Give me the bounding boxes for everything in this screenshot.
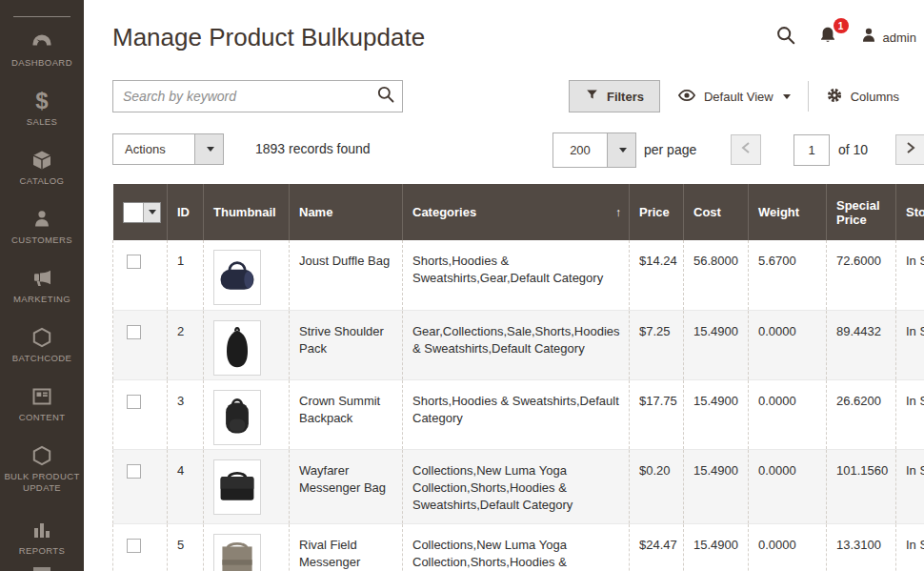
notifications-button[interactable]: 1	[817, 25, 838, 50]
sidebar-item-label: SALES	[4, 116, 80, 128]
sidebar-divider	[13, 16, 70, 17]
column-header-cost[interactable]: Cost	[684, 184, 749, 240]
categories-label: Categories	[412, 205, 476, 219]
cell-id: 2	[168, 310, 204, 379]
column-header-categories[interactable]: Categories↑	[403, 184, 630, 240]
user-icon	[859, 26, 878, 49]
cell-cost: 15.4900	[684, 523, 749, 571]
global-search-button[interactable]	[775, 25, 796, 50]
sidebar-item-catalog[interactable]: CATALOG	[0, 145, 84, 204]
sort-ascending-icon: ↑	[615, 206, 621, 219]
dropdown-caret	[607, 133, 635, 167]
page-title: Manage Product Bulkupdate	[112, 23, 425, 52]
customers-person-icon	[30, 208, 53, 231]
next-page-button[interactable]	[895, 134, 924, 165]
cell-cost: 15.4900	[684, 379, 749, 449]
cell-stock: In Stock	[896, 449, 924, 523]
columns-button[interactable]: Columns	[809, 87, 916, 107]
columns-label: Columns	[851, 90, 899, 104]
search-submit-button[interactable]	[370, 85, 402, 108]
cell-price: $7.25	[630, 310, 684, 379]
previous-page-button[interactable]	[731, 134, 761, 165]
sidebar-item-content[interactable]: CONTENT	[0, 381, 84, 440]
batchcode-hexagon-icon	[30, 326, 53, 349]
crown-summit-backpack-photo	[213, 390, 261, 445]
per-page-value: 200	[553, 133, 607, 167]
actions-dropdown[interactable]: Actions	[112, 133, 224, 165]
row-checkbox[interactable]	[127, 325, 141, 339]
cell-cost: 56.8000	[684, 240, 749, 310]
default-view-button[interactable]: Default View	[660, 86, 808, 108]
wayfarer-messenger-bag-photo	[213, 459, 261, 515]
dropdown-caret	[143, 203, 160, 222]
cell-stock: In Stock	[896, 310, 924, 379]
row-checkbox[interactable]	[127, 464, 141, 479]
cell-name: Joust Duffle Bag	[290, 240, 403, 310]
search-input[interactable]	[113, 89, 370, 104]
eye-icon	[677, 86, 696, 108]
sidebar-item-label: CONTENT	[4, 412, 80, 423]
row-checkbox[interactable]	[127, 395, 141, 409]
per-page-dropdown[interactable]: 200	[552, 133, 636, 168]
cell-categories: Collections,New Luma Yoga Collection,Sho…	[403, 523, 630, 571]
column-header-stock[interactable]: Stock	[896, 184, 924, 240]
cell-id: 1	[168, 240, 204, 310]
reports-chart-icon	[30, 519, 53, 541]
cell-categories: Gear,Collections,Sale,Shorts,Hoodies & S…	[403, 310, 630, 379]
chevron-down-icon	[783, 94, 791, 99]
cell-weight: 0.0000	[749, 379, 827, 449]
column-header-price[interactable]: Price	[630, 184, 684, 240]
sidebar-item-marketing[interactable]: MARKETING	[0, 263, 84, 322]
row-checkbox[interactable]	[127, 539, 141, 553]
cell-weight: 0.0000	[749, 449, 827, 523]
joust-duffle-bag-photo	[213, 250, 261, 305]
select-all-header	[113, 184, 168, 240]
table-row: 2 Strive Shoulder Pack Gear,Collections,…	[113, 310, 924, 379]
product-grid: ID Thumbnail Name Categories↑ Price Cost…	[112, 184, 924, 571]
admin-username: admin	[883, 31, 916, 45]
column-header-id[interactable]: ID	[168, 184, 204, 240]
cell-special-price: 89.4432	[827, 310, 896, 379]
chevron-left-icon	[740, 141, 752, 158]
cell-name: Rival Field Messenger	[290, 523, 403, 571]
column-header-weight[interactable]: Weight	[749, 184, 827, 240]
sidebar-item-batchcode[interactable]: BATCHCODE	[0, 322, 84, 381]
total-pages: of 10	[838, 142, 868, 157]
stores-icon[interactable]	[33, 567, 50, 571]
rival-field-messenger-photo	[213, 534, 261, 571]
cell-price: $0.20	[630, 449, 684, 523]
page-number-input[interactable]	[793, 134, 830, 166]
funnel-icon	[585, 88, 599, 105]
sidebar-item-reports[interactable]: REPORTS	[0, 515, 84, 571]
column-header-special-price[interactable]: Special Price	[827, 184, 896, 240]
cell-special-price: 13.3100	[827, 523, 896, 571]
cell-cost: 15.4900	[684, 449, 749, 523]
column-header-thumbnail[interactable]: Thumbnail	[204, 184, 290, 240]
column-header-name[interactable]: Name	[290, 184, 403, 240]
sidebar-item-sales[interactable]: $ SALES	[0, 86, 84, 145]
content-layout-icon	[30, 385, 53, 408]
default-view-label: Default View	[704, 90, 773, 104]
sidebar-item-label: REPORTS	[4, 545, 80, 557]
dropdown-caret	[194, 134, 223, 164]
cell-weight: 0.0000	[749, 310, 827, 379]
select-all-dropdown[interactable]	[123, 202, 161, 223]
sidebar-item-bulk-product-update[interactable]: BULK PRODUCT UPDATE	[0, 440, 84, 515]
admin-account-menu[interactable]: admin	[859, 26, 916, 49]
cell-price: $17.75	[630, 379, 684, 449]
cell-stock: In Stock	[896, 379, 924, 449]
chevron-down-icon	[207, 147, 214, 152]
cell-weight: 5.6700	[749, 240, 827, 310]
select-all-checkbox[interactable]	[124, 203, 143, 222]
row-checkbox[interactable]	[127, 255, 141, 269]
sidebar-item-label: CUSTOMERS	[4, 235, 80, 246]
cell-stock: In Stock	[896, 240, 924, 310]
filters-button[interactable]: Filters	[569, 80, 660, 112]
catalog-box-icon	[30, 149, 53, 172]
cell-special-price: 101.1560	[827, 449, 896, 523]
table-row: 4 Wayfarer Messenger Bag Collections,New…	[113, 449, 924, 523]
bulk-update-hexagon-icon	[30, 444, 53, 467]
sidebar-item-dashboard[interactable]: DASHBOARD	[0, 27, 84, 86]
cell-special-price: 26.6200	[827, 379, 896, 449]
sidebar-item-customers[interactable]: CUSTOMERS	[0, 204, 84, 263]
